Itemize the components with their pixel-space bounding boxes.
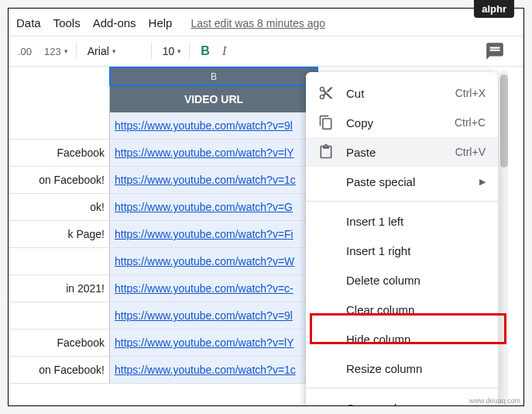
cell-a[interactable]: on Facebook! [9,167,110,194]
menu-insert-left[interactable]: Insert 1 left [306,206,498,236]
menu-cut[interactable]: Cut Ctrl+X [306,78,498,108]
toolbar-divider [76,43,77,60]
menu-label: Delete column [346,274,486,287]
font-family-dropdown[interactable]: Arial [83,42,145,60]
url-link[interactable]: https://www.youtube.com/watch?v=G [115,201,293,213]
cell-a[interactable] [9,248,110,275]
cut-icon [318,85,334,101]
toolbar: .00 123 Arial 10 B I [9,36,523,67]
cell-b[interactable]: https://www.youtube.com/watch?v=c- [109,275,318,302]
menu-delete-column[interactable]: Delete column [306,265,498,295]
alphr-badge: alphr [474,0,514,18]
cell-a[interactable]: Facebook [9,329,110,357]
comment-history-icon[interactable] [485,41,505,61]
menu-insert-right[interactable]: Insert 1 right [306,236,498,265]
cell-a[interactable]: Facebook [9,140,110,167]
url-link[interactable]: https://www.youtube.com/watch?v=1c [115,174,296,186]
menu-separator [306,388,498,388]
cell-b[interactable]: https://www.youtube.com/watch?v=G [109,194,318,221]
menu-paste[interactable]: Paste Ctrl+V [306,137,498,167]
copy-icon [318,115,334,130]
menu-label: Insert 1 left [346,215,486,228]
menu-label: Paste special [346,175,479,188]
toolbar-divider [189,43,190,60]
scrollbar-thumb[interactable] [500,74,508,167]
menu-help[interactable]: Help [149,16,173,29]
menu-copy[interactable]: Copy Ctrl+C [306,108,498,137]
cell-a[interactable] [9,112,110,140]
url-link[interactable]: https://www.youtube.com/watch?v=1c [115,364,296,376]
submenu-arrow-icon: ▶ [479,177,486,187]
italic-button[interactable]: I [218,41,231,61]
header-cell-video-url[interactable]: VIDEO URL [109,86,318,112]
toolbar-divider [151,43,152,60]
column-a: Facebook on Facebook! ok! k Page! in 202… [9,112,110,384]
menu-addons[interactable]: Add-ons [93,16,136,29]
menu-resize-column[interactable]: Resize column [306,354,498,383]
menu-data[interactable]: Data [16,16,41,29]
menu-tools[interactable]: Tools [53,16,81,29]
url-link[interactable]: https://www.youtube.com/watch?v=lY [115,336,294,349]
cell-b[interactable]: https://www.youtube.com/watch?v=W [109,248,318,275]
decrease-decimal-button[interactable]: .00 [13,43,36,60]
cell-a[interactable]: k Page! [9,221,110,248]
menu-label: Insert 1 right [346,244,486,257]
cell-b[interactable]: https://www.youtube.com/watch?v=Fi [109,221,318,248]
menu-shortcut: Ctrl+C [455,116,486,129]
url-link[interactable]: https://www.youtube.com/watch?v=9l [115,119,293,132]
column-header-b[interactable]: B [109,67,318,86]
menu-hide-column[interactable]: Hide column [306,324,498,354]
cell-b[interactable]: https://www.youtube.com/watch?v=1c [109,357,318,384]
cell-b[interactable]: https://www.youtube.com/watch?v=9l [109,112,318,140]
url-link[interactable]: https://www.youtube.com/watch?v=c- [115,282,293,295]
url-link[interactable]: https://www.youtube.com/watch?v=W [115,255,294,267]
menu-shortcut: Ctrl+V [455,146,486,158]
menu-label: Hide column [346,333,486,346]
menu-separator [306,201,498,202]
app-frame: Data Tools Add-ons Help Last edit was 8 … [8,8,524,406]
cell-b[interactable]: https://www.youtube.com/watch?v=1c [109,167,318,194]
font-size-dropdown[interactable]: 10 [158,42,184,60]
url-link[interactable]: https://www.youtube.com/watch?v=9l [115,309,293,322]
menu-paste-special[interactable]: Paste special ▶ [306,167,498,196]
url-link[interactable]: https://www.youtube.com/watch?v=Fi [115,228,293,240]
cell-a[interactable]: on Facebook! [9,357,110,384]
cell-b[interactable]: https://www.youtube.com/watch?v=lY [109,329,318,357]
last-edit-link[interactable]: Last edit was 8 minutes ago [190,17,325,29]
number-format-dropdown[interactable]: 123 [39,43,70,60]
column-b: https://www.youtube.com/watch?v=9l https… [109,112,318,384]
watermark: www.deuaq.com [469,397,520,405]
bold-button[interactable]: B [196,41,215,61]
cell-a[interactable]: ok! [9,194,110,221]
paste-icon [318,144,334,160]
menu-clear-column[interactable]: Clear column [306,295,498,324]
menu-label: Paste [346,146,455,159]
menu-label: Cut [346,87,455,100]
cell-a[interactable] [9,302,110,329]
menu-label: Resize column [346,362,486,375]
cell-a[interactable]: in 2021! [9,275,110,302]
cell-b[interactable]: https://www.youtube.com/watch?v=9l [109,302,318,329]
vertical-scrollbar[interactable] [500,71,508,404]
menu-shortcut: Ctrl+X [455,87,486,99]
menubar: Data Tools Add-ons Help Last edit was 8 … [9,9,523,36]
url-link[interactable]: https://www.youtube.com/watch?v=lY [115,147,294,159]
cell-b[interactable]: https://www.youtube.com/watch?v=lY [109,140,318,167]
column-context-menu: Cut Ctrl+X Copy Ctrl+C Paste Ctrl+V Past… [306,72,498,406]
menu-label: Copy [346,116,455,129]
menu-label: Clear column [346,303,486,316]
menu-label: Group column [346,402,486,407]
